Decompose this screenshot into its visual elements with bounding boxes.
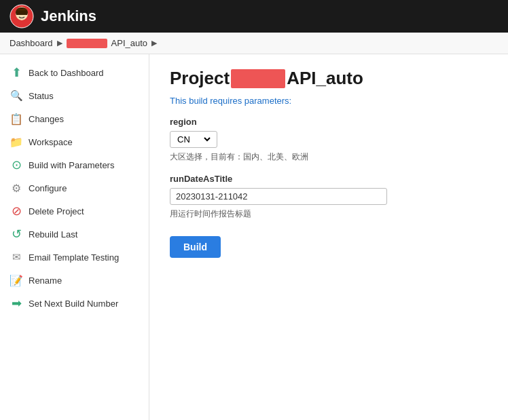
sidebar-label-rebuild-last: Rebuild Last [29,229,77,240]
build-icon: ⊙ [10,158,23,172]
header: Jenkins [0,0,508,33]
email-icon: ✉ [10,250,23,264]
project-title-redacted [231,69,285,88]
sidebar-label-build-with-parameters: Build with Parameters [29,160,114,170]
main-content: Project API_auto This build requires par… [149,54,508,420]
breadcrumb: Dashboard ▶ API_auto ▶ [0,33,508,54]
breadcrumb-dashboard[interactable]: Dashboard [10,38,53,48]
sidebar-item-set-next-build-number[interactable]: ➡ Set Next Build Number [0,292,149,315]
delete-icon: ⊘ [10,204,23,218]
sidebar-label-status: Status [29,91,54,101]
breadcrumb-redacted [67,39,107,48]
param-select-region[interactable]: CN US EU [170,131,217,148]
breadcrumb-project[interactable]: API_auto [111,38,148,48]
sidebar-label-workspace: Workspace [29,137,73,147]
sidebar-label-back-to-dashboard: Back to Dashboard [29,68,104,78]
rebuild-icon: ↺ [10,227,23,241]
doc-icon: 📋 [10,112,23,126]
jenkins-icon [10,4,34,28]
sidebar-item-rename[interactable]: 📝 Rename [0,269,149,292]
param-group-run-date: runDateAsTitle 用运行时间作报告标题 [170,174,488,220]
project-title: Project API_auto [170,68,488,89]
project-suffix: API_auto [287,68,363,89]
requires-params-text: This build requires parameters: [170,96,488,106]
breadcrumb-sep-2: ▶ [151,39,157,47]
build-button[interactable]: Build [170,236,221,258]
sidebar-item-rebuild-last[interactable]: ↺ Rebuild Last [0,223,149,246]
param-label-region: region [170,117,488,127]
region-select[interactable]: CN US EU [175,134,213,145]
arrow-up-icon: ⬆ [10,66,23,79]
param-hint-run-date: 用运行时间作报告标题 [170,208,488,220]
jenkins-logo: Jenkins [10,4,96,28]
sidebar-label-set-next-build-number: Set Next Build Number [29,299,118,309]
folder-icon: 📁 [10,135,23,149]
rename-icon: 📝 [10,273,23,287]
sidebar-item-workspace[interactable]: 📁 Workspace [0,130,149,153]
sidebar-item-back-to-dashboard[interactable]: ⬆ Back to Dashboard [0,61,149,84]
param-group-region: region CN US EU 大区选择，目前有：国内、北美、欧洲 [170,117,488,163]
sidebar-item-changes[interactable]: 📋 Changes [0,107,149,130]
sidebar: ⬆ Back to Dashboard 🔍 Status 📋 Changes 📁… [0,54,149,420]
project-prefix: Project [170,68,230,89]
sidebar-item-email-template-testing[interactable]: ✉ Email Template Testing [0,246,149,269]
main-layout: ⬆ Back to Dashboard 🔍 Status 📋 Changes 📁… [0,54,508,420]
sidebar-label-email-template-testing: Email Template Testing [29,252,119,263]
param-label-run-date: runDateAsTitle [170,174,488,184]
sidebar-label-changes: Changes [29,114,64,124]
app-title: Jenkins [41,7,96,25]
sidebar-label-delete-project: Delete Project [29,206,84,216]
run-date-input[interactable] [170,188,387,205]
sidebar-label-configure: Configure [29,183,67,193]
sidebar-item-build-with-parameters[interactable]: ⊙ Build with Parameters [0,153,149,176]
param-hint-region: 大区选择，目前有：国内、北美、欧洲 [170,151,488,163]
gear-icon: ⚙ [10,181,23,195]
sidebar-item-status[interactable]: 🔍 Status [0,84,149,107]
search-icon: 🔍 [10,89,23,102]
breadcrumb-sep-1: ▶ [57,39,62,47]
next-icon: ➡ [10,297,23,310]
sidebar-item-delete-project[interactable]: ⊘ Delete Project [0,199,149,223]
sidebar-label-rename: Rename [29,275,62,286]
sidebar-item-configure[interactable]: ⚙ Configure [0,176,149,199]
